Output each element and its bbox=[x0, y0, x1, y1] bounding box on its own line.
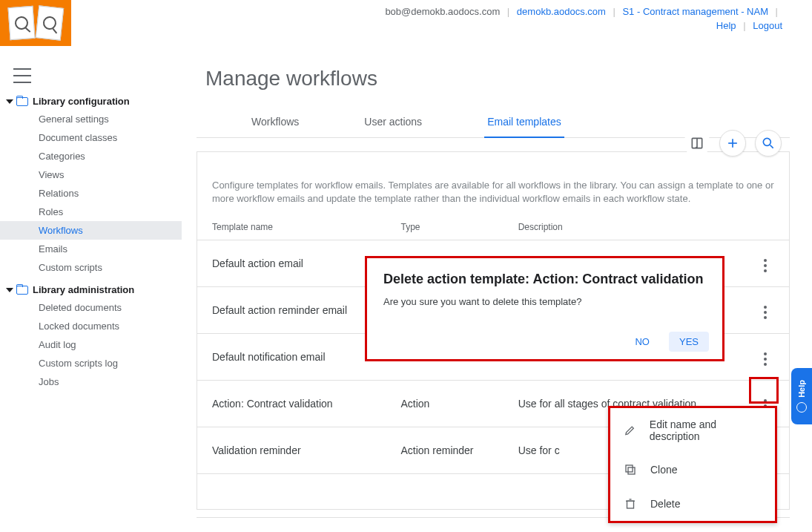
tab-user-actions[interactable]: User actions bbox=[361, 108, 425, 137]
svg-line-2 bbox=[696, 147, 697, 148]
row-context-menu: Edit name and description Clone Delete bbox=[608, 406, 777, 523]
svg-line-6 bbox=[770, 145, 773, 148]
chat-icon bbox=[796, 402, 807, 413]
domain-link[interactable]: demokb.aodocs.com bbox=[517, 6, 606, 17]
tab-workflows[interactable]: Workflows bbox=[248, 108, 302, 137]
sidebar-group-label: Library configuration bbox=[33, 96, 130, 107]
page-title: Manage workflows bbox=[205, 67, 790, 91]
sidebar-item-audit-log[interactable]: Audit log bbox=[0, 335, 182, 354]
guide-button[interactable] bbox=[684, 130, 710, 157]
intro-text: Configure templates for workflow emails.… bbox=[197, 152, 789, 214]
sidebar-item-workflows[interactable]: Workflows bbox=[0, 221, 182, 240]
sidebar-item-deleted-documents[interactable]: Deleted documents bbox=[0, 298, 182, 317]
sidebar-item-custom-scripts[interactable]: Custom scripts bbox=[0, 258, 182, 277]
sidebar-item-document-classes[interactable]: Document classes bbox=[0, 128, 182, 147]
menu-item-label: Edit name and description bbox=[650, 418, 762, 442]
help-tab-label: Help bbox=[797, 380, 806, 398]
plus-icon bbox=[725, 136, 740, 151]
chevron-down-icon bbox=[6, 288, 13, 292]
delete-confirm-dialog: Delete action template: Action: Contract… bbox=[365, 256, 724, 361]
confirm-no-button[interactable]: NO bbox=[624, 332, 660, 352]
col-description: Description bbox=[504, 214, 742, 240]
copy-icon bbox=[624, 463, 637, 476]
confirm-yes-button[interactable]: YES bbox=[669, 332, 709, 352]
cell-name: Action: Contract validation bbox=[197, 381, 386, 427]
row-actions-icon[interactable] bbox=[756, 257, 774, 275]
sidebar-item-jobs[interactable]: Jobs bbox=[0, 372, 182, 391]
tab-email-templates[interactable]: Email templates bbox=[484, 108, 564, 138]
search-icon bbox=[761, 136, 776, 151]
menu-toggle-icon[interactable] bbox=[13, 68, 31, 83]
header-bar: bob@demokb.aodocs.com | demokb.aodocs.co… bbox=[385, 0, 812, 46]
menu-item-label: Clone bbox=[650, 464, 678, 476]
menu-item-label: Delete bbox=[650, 498, 680, 510]
trash-icon bbox=[624, 497, 637, 510]
help-side-tab[interactable]: Help bbox=[791, 368, 812, 424]
sidebar-item-emails[interactable]: Emails bbox=[0, 240, 182, 258]
help-link[interactable]: Help bbox=[716, 20, 736, 31]
search-button[interactable] bbox=[755, 130, 782, 157]
user-email: bob@demokb.aodocs.com bbox=[385, 6, 500, 17]
context-link[interactable]: S1 - Contract management - NAM bbox=[622, 6, 768, 17]
folder-icon bbox=[16, 286, 28, 295]
chevron-down-icon bbox=[6, 99, 13, 104]
cell-type: Action bbox=[386, 381, 503, 427]
svg-point-5 bbox=[763, 138, 770, 145]
sidebar-item-categories[interactable]: Categories bbox=[0, 147, 182, 165]
sidebar-item-roles[interactable]: Roles bbox=[0, 203, 182, 221]
menu-edit[interactable]: Edit name and description bbox=[610, 408, 775, 453]
cell-name: Default notification email bbox=[197, 334, 386, 381]
svg-rect-8 bbox=[626, 465, 633, 472]
row-actions-icon[interactable] bbox=[756, 350, 774, 368]
sidebar-group-library-administration[interactable]: Library administration bbox=[0, 281, 182, 298]
cell-type: Action reminder bbox=[386, 427, 503, 474]
confirm-title: Delete action template: Action: Contract… bbox=[383, 272, 706, 287]
sidebar-item-relations[interactable]: Relations bbox=[0, 184, 182, 203]
svg-rect-9 bbox=[627, 501, 634, 508]
cell-name: Default action reminder email bbox=[197, 287, 386, 334]
book-icon bbox=[690, 136, 704, 151]
cell-name: Validation reminder bbox=[197, 427, 386, 474]
sidebar-item-locked-documents[interactable]: Locked documents bbox=[0, 317, 182, 335]
col-template-name: Template name bbox=[197, 214, 386, 240]
svg-rect-7 bbox=[628, 467, 635, 474]
pencil-icon bbox=[624, 424, 636, 437]
col-type: Type bbox=[386, 214, 503, 240]
add-button[interactable] bbox=[719, 130, 746, 157]
app-logo[interactable] bbox=[0, 0, 71, 46]
logout-link[interactable]: Logout bbox=[753, 20, 782, 31]
confirm-body: Are you sure you want to delete this tem… bbox=[383, 296, 706, 307]
cell-name: Default action email bbox=[197, 240, 386, 287]
sidebar-item-views[interactable]: Views bbox=[0, 165, 182, 184]
highlight-row-actions bbox=[749, 377, 779, 404]
row-actions-icon[interactable] bbox=[756, 303, 774, 321]
menu-clone[interactable]: Clone bbox=[610, 453, 775, 487]
sidebar-group-label: Library administration bbox=[33, 284, 134, 295]
menu-delete[interactable]: Delete bbox=[610, 487, 775, 521]
folder-icon bbox=[16, 97, 28, 106]
sidebar-group-library-configuration[interactable]: Library configuration bbox=[0, 93, 182, 110]
sidebar-item-custom-scripts-log[interactable]: Custom scripts log bbox=[0, 354, 182, 372]
sidebar: Library configuration General settings D… bbox=[0, 93, 182, 391]
sidebar-item-general-settings[interactable]: General settings bbox=[0, 110, 182, 128]
